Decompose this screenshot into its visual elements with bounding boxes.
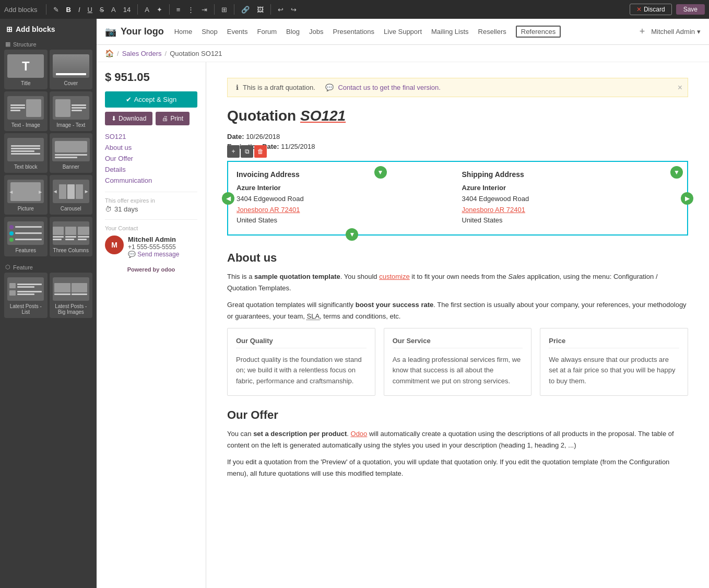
text-image-label: Text - Image <box>11 122 40 128</box>
user-menu[interactable]: Mitchell Admin ▾ <box>651 28 701 36</box>
nav-blog[interactable]: Blog <box>286 28 300 36</box>
save-button[interactable]: Save <box>676 4 705 15</box>
redo-btn[interactable]: ↪ <box>288 5 299 15</box>
panel-link-communication[interactable]: Communication <box>105 177 197 184</box>
draft-close-button[interactable]: × <box>678 83 682 92</box>
toolbar-sep-3 <box>169 4 170 15</box>
breadcrumb-sep-2: / <box>165 50 167 57</box>
arrow-down-top-right[interactable]: ▼ <box>670 166 683 179</box>
nav-home[interactable]: Home <box>174 28 193 36</box>
sidebar-item-cover[interactable]: Cover <box>50 50 93 89</box>
download-button[interactable]: ⬇ Download <box>105 112 152 125</box>
nav-resellers[interactable]: Resellers <box>478 28 506 36</box>
quotation-title: Quotation SO121 <box>227 108 688 124</box>
link-btn[interactable]: 🔗 <box>239 5 252 15</box>
block-edit-button[interactable]: ⧉ <box>241 145 253 158</box>
powered-by: Powered by odoo <box>105 266 197 273</box>
block-add-button[interactable]: + <box>227 145 240 158</box>
nav-shop[interactable]: Shop <box>202 28 217 36</box>
clock-icon: ⏱ <box>105 205 112 213</box>
sidebar-item-banner[interactable]: Banner <box>50 133 93 173</box>
nav-presentations[interactable]: Presentations <box>333 28 375 36</box>
nav-live-support[interactable]: Live Support <box>384 28 422 36</box>
draft-contact-link[interactable]: Contact us to get the final version. <box>338 84 441 91</box>
image-btn[interactable]: 🖼 <box>254 5 266 15</box>
list-ordered-btn[interactable]: ⋮ <box>185 5 197 15</box>
panel-link-our-offer[interactable]: Our Offer <box>105 155 197 162</box>
home-icon[interactable]: 🏠 <box>105 49 114 57</box>
indent-btn[interactable]: ⇥ <box>199 5 210 15</box>
odoo-link[interactable]: Odoo <box>351 430 368 438</box>
color-btn[interactable]: A <box>109 5 119 15</box>
sidebar-item-carousel[interactable]: ◄ ► Carousel <box>50 175 93 215</box>
shipping-city-link[interactable]: Jonesboro AR 72401 <box>462 206 525 214</box>
list-unordered-btn[interactable]: ≡ <box>174 5 183 15</box>
editor-toolbar: Add blocks ✎ B I U S̶ A 14 A ✦ ≡ ⋮ ⇥ ⊞ 🔗… <box>0 0 709 19</box>
panel-link-details[interactable]: Details <box>105 166 197 173</box>
nav-forum[interactable]: Forum <box>257 28 277 36</box>
nav-references[interactable]: References <box>516 26 561 38</box>
shipping-address: 3404 Edgewood Road <box>462 195 529 203</box>
font-size-btn[interactable]: 14 <box>121 5 133 15</box>
panel-expiry: ⏱ 31 days <box>105 205 197 213</box>
sidebar-item-title[interactable]: Title <box>4 50 48 89</box>
meta-date: Date: 10/26/2018 <box>227 133 688 140</box>
sidebar-item-latest-posts-big[interactable]: Latest Posts - Big Images <box>50 273 93 318</box>
quotation-price: $ 951.05 <box>105 70 197 84</box>
contact-label: Your Contact <box>105 225 197 231</box>
our-offer-title: Our Offer <box>227 408 688 422</box>
nav-mailing-lists[interactable]: Mailing Lists <box>431 28 469 36</box>
banner-label: Banner <box>63 164 79 170</box>
pencil-btn[interactable]: ✎ <box>51 5 62 15</box>
quotation-meta: Date: 10/26/2018 Expiration Date: 11/25/… <box>227 133 688 150</box>
breadcrumb-sales-orders[interactable]: Sales Orders <box>122 50 162 57</box>
block-delete-button[interactable]: 🗑 <box>254 145 267 158</box>
add-menu-button[interactable]: + <box>640 26 645 37</box>
sidebar-item-three-columns[interactable]: Three Columns <box>50 217 93 256</box>
highlight-btn[interactable]: ✦ <box>154 5 165 15</box>
arrow-right-mid[interactable]: ▶ <box>681 192 693 205</box>
quality-text: Product quality is the foundation we sta… <box>236 355 367 387</box>
three-columns-preview-icon <box>53 221 89 245</box>
nav-events[interactable]: Events <box>227 28 248 36</box>
breadcrumb-sep-1: / <box>117 50 119 57</box>
address-grid: ▼ ▼ ◀ ▶ Invoicing Address <box>228 162 687 234</box>
nav-jobs[interactable]: Jobs <box>309 28 323 36</box>
accept-sign-button[interactable]: ✔ Accept & Sign <box>105 91 197 108</box>
sidebar-item-text-image[interactable]: Text - Image <box>4 91 48 131</box>
three-columns-label: Three Columns <box>53 248 89 253</box>
customize-link[interactable]: customize <box>379 273 410 280</box>
panel-divider-2 <box>105 219 197 220</box>
action-buttons: ⬇ Download 🖨 Print <box>105 112 197 125</box>
sidebar-item-text-block[interactable]: Text block <box>4 133 48 173</box>
price-card: Price We always ensure that our products… <box>540 328 688 396</box>
underline-btn[interactable]: U <box>85 5 95 15</box>
strikethrough-btn[interactable]: S̶ <box>97 5 107 15</box>
arrow-down-top-left[interactable]: ▼ <box>374 166 387 179</box>
text-image-preview-icon <box>7 96 44 120</box>
service-text: As a leading professional services firm,… <box>393 355 523 387</box>
send-message-link[interactable]: 💬 Send message <box>128 251 179 258</box>
arrow-down-bottom[interactable]: ▼ <box>346 228 358 241</box>
invoicing-city-link[interactable]: Jonesboro AR 72401 <box>237 206 300 214</box>
discard-button[interactable]: ✕ Discard <box>630 4 672 15</box>
sidebar-item-features[interactable]: Features <box>4 217 48 256</box>
price-title: Price <box>549 337 679 348</box>
address-section: ▼ ▼ ◀ ▶ Invoicing Address <box>227 161 688 236</box>
font-style-btn[interactable]: A <box>142 5 152 15</box>
panel-divider-1 <box>105 192 197 192</box>
panel-link-about-us[interactable]: About us <box>105 144 197 151</box>
table-btn[interactable]: ⊞ <box>219 5 230 15</box>
italic-btn[interactable]: I <box>76 5 83 15</box>
arrow-left-mid[interactable]: ◀ <box>222 192 234 205</box>
bold-btn[interactable]: B <box>64 5 74 15</box>
sidebar-item-picture[interactable]: ◄ ► Picture <box>4 175 48 215</box>
nav-links: Home Shop Events Forum Blog Jobs Present… <box>174 26 561 38</box>
undo-btn[interactable]: ↩ <box>275 5 286 15</box>
sidebar-item-image-text[interactable]: Image - Text <box>50 91 93 131</box>
sidebar-item-latest-posts-list[interactable]: Latest Posts - List <box>4 273 48 318</box>
price-text: We always ensure that our products are s… <box>549 355 679 387</box>
panel-link-so121[interactable]: SO121 <box>105 133 197 140</box>
print-button[interactable]: 🖨 Print <box>156 112 190 125</box>
grid-icon: ⊞ <box>6 25 13 33</box>
